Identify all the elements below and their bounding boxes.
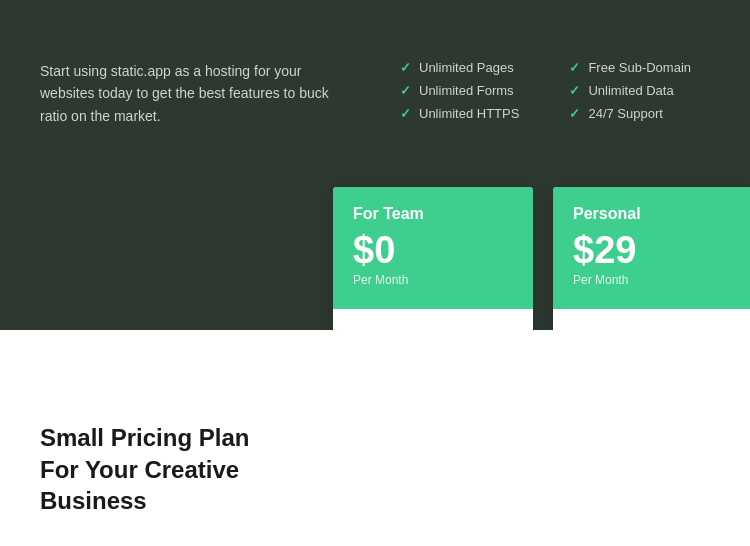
check-icon: ✓: [400, 60, 411, 75]
feature-label: Unlimited Forms: [419, 83, 514, 98]
feature-item: ✓24/7 Support: [569, 106, 691, 121]
feature-label: Unlimited Pages: [419, 60, 514, 75]
feature-item: ✓Unlimited Pages: [400, 60, 519, 75]
card-title: For Team: [353, 205, 513, 223]
check-icon: ✓: [400, 83, 411, 98]
feature-item: ✓Unlimited Data: [569, 83, 691, 98]
features-columns: ✓Unlimited Pages✓Unlimited Forms✓Unlimit…: [400, 60, 691, 121]
feature-label: 24/7 Support: [588, 106, 662, 121]
card-header: Personal $29 Per Month: [553, 187, 750, 309]
card-header: For Team $0 Per Month: [333, 187, 533, 309]
features-col-1: ✓Unlimited Pages✓Unlimited Forms✓Unlimit…: [400, 60, 519, 121]
bottom-heading: Small Pricing Plan For Your Creative Bus…: [40, 422, 249, 516]
features-col-2: ✓Free Sub-Domain✓Unlimited Data✓24/7 Sup…: [569, 60, 691, 121]
feature-item: ✓Unlimited HTTPS: [400, 106, 519, 121]
card-title: Personal: [573, 205, 733, 223]
feature-item: ✓Unlimited Forms: [400, 83, 519, 98]
check-icon: ✓: [569, 83, 580, 98]
check-icon: ✓: [569, 60, 580, 75]
card-period: Per Month: [573, 273, 733, 287]
feature-label: Free Sub-Domain: [588, 60, 691, 75]
description-text: Start using static.app as a hosting for …: [40, 60, 340, 127]
feature-item: ✓Free Sub-Domain: [569, 60, 691, 75]
dark-background: Start using static.app as a hosting for …: [0, 0, 750, 330]
card-period: Per Month: [353, 273, 513, 287]
top-content-area: Start using static.app as a hosting for …: [0, 0, 750, 157]
feature-label: Unlimited HTTPS: [419, 106, 519, 121]
feature-label: Unlimited Data: [588, 83, 673, 98]
card-price: $0: [353, 231, 513, 269]
card-price: $29: [573, 231, 733, 269]
light-section: Small Pricing Plan For Your Creative Bus…: [0, 330, 750, 546]
bottom-heading-text: Small Pricing Plan For Your Creative Bus…: [40, 422, 249, 516]
check-icon: ✓: [569, 106, 580, 121]
check-icon: ✓: [400, 106, 411, 121]
